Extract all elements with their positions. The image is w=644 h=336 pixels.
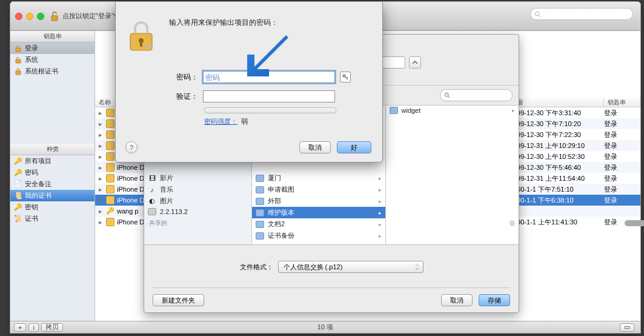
key-icon: 🔑 <box>14 157 22 166</box>
add-button[interactable]: + <box>14 323 26 332</box>
row-chain: 登录 <box>604 119 640 129</box>
cat-notes[interactable]: 📄安全备注 <box>10 178 95 190</box>
close-icon[interactable] <box>15 13 22 20</box>
row-date: 099-12-30 下午5:46:40 <box>513 163 604 172</box>
row-chain: 登录 <box>604 152 640 161</box>
new-folder-button[interactable]: 新建文件夹 <box>153 294 204 306</box>
format-popup[interactable]: 个人信息交换 (.p12) <box>278 261 423 273</box>
sidebar: 钥匙串 登录 系统 系统根证书 种类 🔑所有项目 🔑密码 📄安全备注 📜我的证书… <box>10 31 95 321</box>
disclosure-icon[interactable]: ▸ <box>98 207 104 215</box>
side-server[interactable]: 2.2.113.2 <box>144 207 251 217</box>
expand-toggle[interactable] <box>409 56 421 69</box>
col-date[interactable]: 期 <box>513 98 604 107</box>
scroll-thumb[interactable] <box>625 220 644 226</box>
info-button[interactable]: i <box>28 323 38 332</box>
row-name: iPhone Di <box>117 175 146 182</box>
cat-certs[interactable]: 📜证书 <box>10 213 95 224</box>
keychain-label: 登录 <box>25 44 38 53</box>
cat-mycerts[interactable]: 📜我的证书 <box>10 190 95 201</box>
folder-label: 申请截图 <box>268 185 294 194</box>
sheet-search[interactable] <box>440 89 513 101</box>
col-chain[interactable]: 钥匙串 <box>604 98 640 107</box>
verify-input[interactable] <box>203 90 335 102</box>
help-button[interactable]: ? <box>125 141 138 153</box>
row-chain: 登录 <box>604 196 640 205</box>
svg-line-7 <box>448 96 450 98</box>
svg-line-13 <box>347 77 348 78</box>
side-photos[interactable]: ◐图片 <box>144 195 251 207</box>
dialog-cancel-button[interactable]: 取消 <box>299 141 331 153</box>
chevron-right-icon: ▸ <box>379 187 382 193</box>
folder-label: 外部 <box>268 197 281 206</box>
cat-all[interactable]: 🔑所有项目 <box>10 155 95 167</box>
keychain-system[interactable]: 系统 <box>10 54 95 66</box>
disclosure-icon[interactable]: ▸ <box>98 218 104 226</box>
folder-item[interactable]: 文档2▸ <box>252 218 385 230</box>
horizontal-scrollbar[interactable] <box>510 220 515 226</box>
folder-widget[interactable]: widget▸ <box>386 106 519 115</box>
dialog-prompt: 输入将用来保护输出项目的密码： <box>169 18 278 28</box>
keychain-systemroot[interactable]: 系统根证书 <box>10 66 95 77</box>
row-date: 099-12-31 上午10:29:10 <box>513 141 604 150</box>
side-music[interactable]: ♪音乐 <box>144 184 251 195</box>
svg-point-1 <box>535 12 539 15</box>
cert-icon <box>106 152 115 161</box>
folder-label: 维护版本 <box>268 208 294 217</box>
keychains-header: 钥匙串 <box>10 31 95 42</box>
disclosure-icon[interactable]: ▸ <box>98 131 104 139</box>
search-input[interactable] <box>530 8 633 20</box>
side-movies[interactable]: 🎞影片 <box>144 172 251 184</box>
lock-open-icon <box>14 44 22 53</box>
disclosure-icon[interactable]: ▸ <box>98 197 104 204</box>
strength-text: 密码强度：弱 <box>204 117 248 126</box>
browser-col2: widget▸ <box>386 106 519 244</box>
keychain-login[interactable]: 登录 <box>10 42 95 54</box>
cert-icon <box>106 196 115 204</box>
row-chain: 登录 <box>604 130 640 139</box>
dialog-ok-button[interactable]: 好 <box>337 141 371 153</box>
copy-button[interactable]: 拷贝 <box>41 323 63 332</box>
chevron-right-icon: ▸ <box>379 221 382 227</box>
cat-keys[interactable]: 🔑密钥 <box>10 201 95 213</box>
disclosure-icon[interactable]: ▸ <box>98 153 104 161</box>
sheet-cancel-button[interactable]: 取消 <box>441 294 473 306</box>
row-name: wang p <box>117 207 138 215</box>
cat-passwords[interactable]: 🔑密码 <box>10 167 95 178</box>
minimize-icon[interactable] <box>26 13 33 20</box>
svg-rect-0 <box>51 16 58 21</box>
footer: + i 拷贝 10 项 ▭ <box>10 321 640 333</box>
note-icon: 📄 <box>14 180 22 189</box>
disclosure-icon[interactable]: ▸ <box>98 186 104 193</box>
row-date: 099-12-30 下午7:22:30 <box>513 130 604 139</box>
folder-item[interactable]: 维护版本▸ <box>252 207 385 218</box>
folder-item[interactable]: 申请截图▸ <box>252 184 385 195</box>
disclosure-icon[interactable]: ▸ <box>98 109 104 117</box>
row-chain: 登录 <box>604 174 640 183</box>
lock-open-icon[interactable] <box>50 11 59 22</box>
strength-link[interactable]: 密码强度： <box>204 118 237 125</box>
disclosure-icon[interactable]: ▸ <box>98 120 104 128</box>
row-chain: 登录 <box>604 185 640 194</box>
shared-label: 共享的 <box>144 217 251 229</box>
password-input[interactable] <box>203 71 335 83</box>
sheet-save-button[interactable]: 存储 <box>479 294 510 306</box>
view-toggle[interactable]: ▭ <box>620 323 634 332</box>
folder-item[interactable]: 厦门▸ <box>252 172 385 184</box>
disclosure-icon[interactable]: ▸ <box>98 142 104 150</box>
folder-icon <box>390 107 398 114</box>
disclosure-icon[interactable]: ▸ <box>98 164 104 172</box>
key-icon-button[interactable] <box>340 72 351 82</box>
folder-item[interactable]: 证书备份▸ <box>252 230 385 241</box>
cert-icon <box>106 130 115 139</box>
folder-label: 厦门 <box>268 173 281 183</box>
categories-header: 种类 <box>10 144 95 155</box>
folder-label: 证书备份 <box>268 231 294 240</box>
disclosure-icon[interactable]: ▸ <box>98 175 104 183</box>
row-date: 000-1-1 上午11:41:30 <box>513 218 604 227</box>
folder-item[interactable]: 外部▸ <box>252 195 385 207</box>
svg-rect-3 <box>16 48 21 52</box>
lock-icon <box>127 20 156 53</box>
zoom-icon[interactable] <box>37 13 44 20</box>
svg-rect-5 <box>16 71 21 75</box>
row-date: 000-1-1 下午6:38:10 <box>513 196 604 205</box>
